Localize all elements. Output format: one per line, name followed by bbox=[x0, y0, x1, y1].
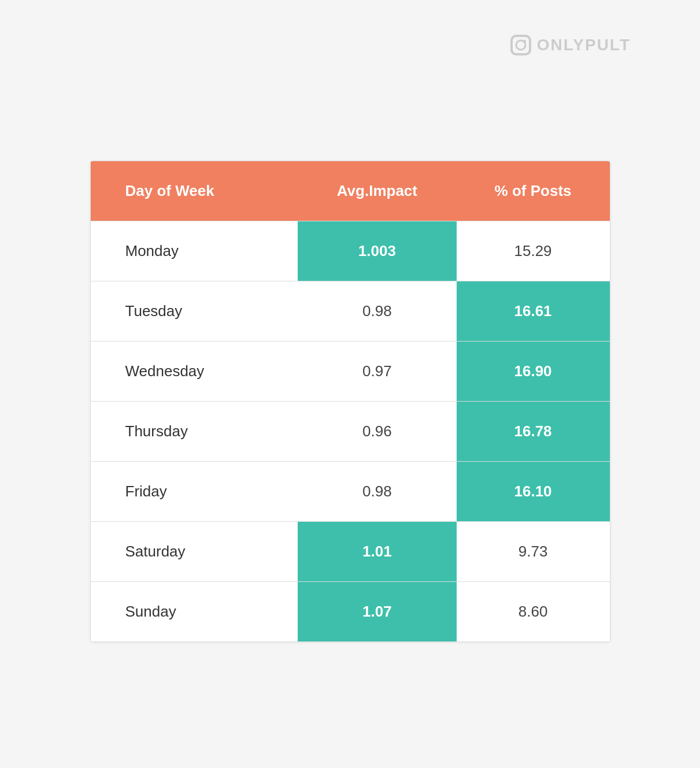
cell-avg-impact: 1.07 bbox=[298, 582, 456, 642]
cell-avg-impact: 1.003 bbox=[298, 221, 456, 281]
header-day-of-week: Day of Week bbox=[91, 161, 298, 221]
cell-day: Sunday bbox=[91, 582, 298, 642]
logo: ONLYPULT bbox=[510, 35, 631, 55]
cell-pct-posts: 16.61 bbox=[457, 281, 610, 342]
cell-pct-posts: 15.29 bbox=[457, 221, 610, 281]
cell-avg-impact: 1.01 bbox=[298, 522, 456, 582]
table-row: Monday1.00315.29 bbox=[91, 221, 610, 281]
header-avg-impact: Avg.Impact bbox=[298, 161, 456, 221]
cell-pct-posts: 16.10 bbox=[457, 462, 610, 522]
cell-day: Monday bbox=[91, 221, 298, 281]
header-pct-posts: % of Posts bbox=[457, 161, 610, 221]
cell-avg-impact: 0.97 bbox=[298, 342, 456, 402]
cell-day: Wednesday bbox=[91, 342, 298, 402]
cell-pct-posts: 16.78 bbox=[457, 402, 610, 462]
cell-pct-posts: 8.60 bbox=[457, 582, 610, 642]
cell-avg-impact: 0.96 bbox=[298, 402, 456, 462]
table-row: Friday0.9816.10 bbox=[91, 462, 610, 522]
cell-day: Saturday bbox=[91, 522, 298, 582]
cell-avg-impact: 0.98 bbox=[298, 462, 456, 522]
table-row: Saturday1.019.73 bbox=[91, 522, 610, 582]
cell-day: Tuesday bbox=[91, 281, 298, 342]
table-row: Wednesday0.9716.90 bbox=[91, 342, 610, 402]
cell-day: Thursday bbox=[91, 402, 298, 462]
table-row: Tuesday0.9816.61 bbox=[91, 281, 610, 342]
cell-avg-impact: 0.98 bbox=[298, 281, 456, 342]
cell-day: Friday bbox=[91, 462, 298, 522]
table-row: Thursday0.9616.78 bbox=[91, 402, 610, 462]
data-table: Day of Week Avg.Impact % of Posts Monday… bbox=[90, 161, 610, 642]
cell-pct-posts: 9.73 bbox=[457, 522, 610, 582]
table-header-row: Day of Week Avg.Impact % of Posts bbox=[91, 161, 610, 221]
cell-pct-posts: 16.90 bbox=[457, 342, 610, 402]
instagram-icon bbox=[510, 35, 531, 55]
table-row: Sunday1.078.60 bbox=[91, 582, 610, 642]
logo-text: ONLYPULT bbox=[537, 36, 631, 54]
